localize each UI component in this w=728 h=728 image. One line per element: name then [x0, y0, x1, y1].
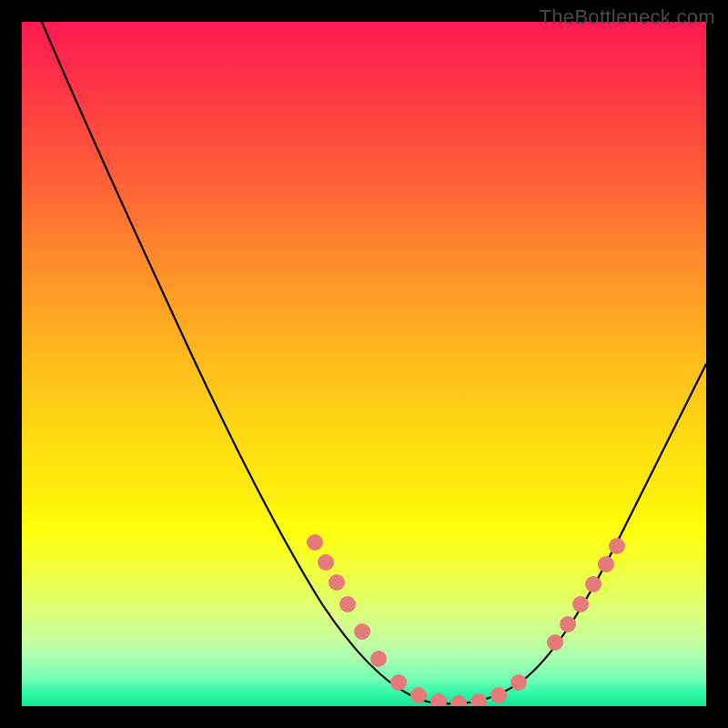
- svg-point-18: [609, 538, 625, 554]
- svg-point-0: [307, 534, 323, 551]
- svg-point-8: [430, 693, 447, 706]
- bottleneck-curve-svg: [22, 22, 706, 706]
- svg-point-9: [450, 695, 467, 706]
- svg-point-16: [585, 576, 602, 592]
- svg-point-15: [572, 596, 589, 612]
- svg-point-10: [470, 693, 487, 706]
- bottleneck-curve-path: [42, 22, 706, 703]
- svg-point-12: [511, 674, 527, 691]
- svg-point-17: [598, 556, 614, 572]
- svg-point-6: [390, 674, 407, 691]
- svg-point-3: [339, 596, 356, 612]
- svg-point-2: [329, 574, 345, 591]
- svg-point-14: [560, 616, 576, 632]
- svg-point-5: [370, 651, 387, 667]
- svg-point-13: [547, 634, 563, 651]
- svg-point-4: [354, 623, 370, 640]
- svg-point-7: [410, 687, 427, 703]
- svg-point-1: [318, 554, 334, 571]
- watermark-text: TheBottleneck.com: [540, 5, 715, 29]
- chart-plot-area: [22, 22, 706, 706]
- svg-point-11: [490, 687, 507, 703]
- curve-markers: [307, 534, 625, 706]
